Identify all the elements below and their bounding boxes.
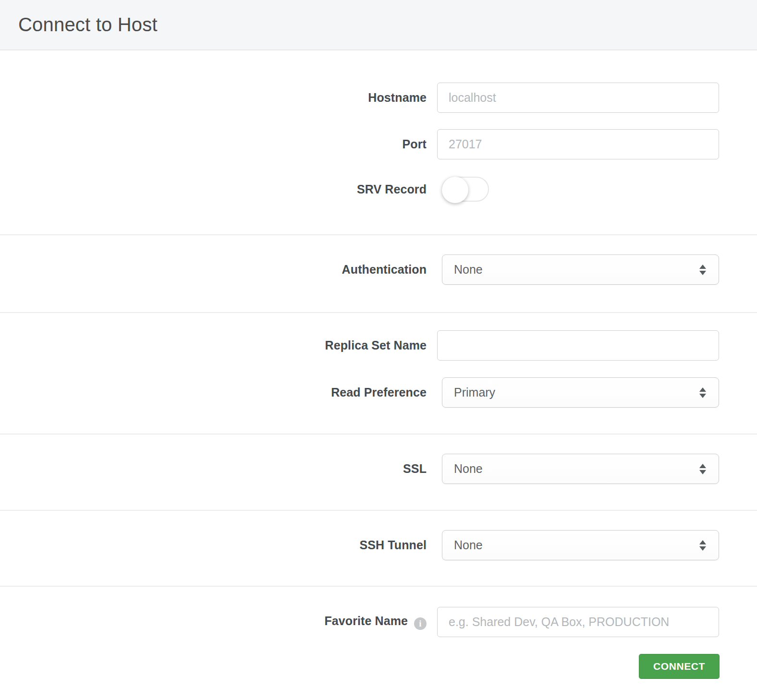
hostname-label: Hostname: [0, 91, 427, 105]
ssh-tunnel-row: SSH Tunnel None: [0, 530, 757, 560]
hostname-input[interactable]: [437, 83, 719, 113]
updown-arrows-icon: [699, 265, 706, 275]
srv-record-row: SRV Record: [0, 177, 757, 202]
srv-record-label: SRV Record: [0, 182, 427, 196]
srv-record-toggle[interactable]: [442, 177, 489, 202]
toggle-knob-icon: [442, 177, 468, 203]
ssh-tunnel-select-value: None: [454, 538, 483, 552]
replica-set-name-label: Replica Set Name: [0, 338, 427, 352]
port-input[interactable]: [437, 129, 719, 159]
port-row: Port: [0, 129, 757, 159]
updown-arrows-icon: [699, 387, 706, 398]
authentication-label: Authentication: [0, 263, 427, 277]
authentication-select-value: None: [454, 263, 483, 277]
favorite-name-input[interactable]: [437, 607, 719, 637]
button-row: CONNECT: [0, 654, 757, 679]
read-preference-select[interactable]: Primary: [442, 377, 719, 408]
read-preference-label: Read Preference: [0, 386, 427, 399]
ssl-select-value: None: [454, 462, 483, 476]
replica-set-name-input[interactable]: [437, 330, 719, 361]
section-ssl: SSL None: [0, 434, 757, 510]
ssh-tunnel-select[interactable]: None: [442, 530, 719, 560]
authentication-select[interactable]: None: [442, 254, 719, 285]
favorite-name-label-text: Favorite Name: [324, 614, 408, 628]
info-icon[interactable]: i: [414, 617, 427, 630]
hostname-row: Hostname: [0, 83, 757, 113]
section-favorite: Favorite Namei CONNECT: [0, 587, 757, 700]
read-preference-select-value: Primary: [454, 386, 495, 399]
updown-arrows-icon: [699, 540, 706, 551]
section-ssh-tunnel: SSH Tunnel None: [0, 511, 757, 586]
ssh-tunnel-label: SSH Tunnel: [0, 538, 427, 552]
dialog-title: Connect to Host: [18, 14, 158, 36]
section-authentication: Authentication None: [0, 235, 757, 312]
connect-form: Hostname Port SRV Record Authentication …: [0, 50, 757, 700]
ssl-select[interactable]: None: [442, 454, 719, 484]
favorite-name-label: Favorite Namei: [0, 614, 427, 630]
replica-set-name-row: Replica Set Name: [0, 330, 757, 361]
ssl-label: SSL: [0, 462, 427, 476]
updown-arrows-icon: [699, 464, 706, 474]
port-label: Port: [0, 137, 427, 151]
authentication-row: Authentication None: [0, 254, 757, 285]
section-host: Hostname Port SRV Record: [0, 50, 757, 234]
connect-button[interactable]: CONNECT: [639, 654, 720, 679]
favorite-name-row: Favorite Namei: [0, 607, 757, 637]
section-replica-set: Replica Set Name Read Preference Primary: [0, 313, 757, 434]
dialog-header: Connect to Host: [0, 0, 757, 50]
ssl-row: SSL None: [0, 454, 757, 484]
read-preference-row: Read Preference Primary: [0, 377, 757, 408]
